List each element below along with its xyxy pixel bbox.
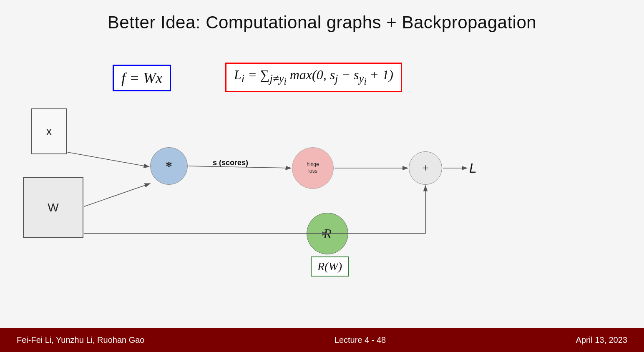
- slide-title: Better Idea: Computational graphs + Back…: [0, 0, 644, 33]
- svg-line-1: [68, 152, 149, 167]
- w-label: W: [48, 201, 58, 214]
- output-L-label: L: [469, 161, 477, 176]
- box-w: W: [23, 177, 83, 238]
- L-text: L: [469, 161, 477, 176]
- formula-f-box: f = Wx: [113, 65, 171, 91]
- footer-authors: Fei-Fei Li, Yunzhu Li, Ruohan Gao: [17, 335, 144, 345]
- content-area: f = Wx Li = ∑j≠yi max(0, sj − syi + 1) x…: [0, 40, 644, 327]
- x-label: x: [46, 125, 52, 138]
- box-x: x: [31, 108, 67, 154]
- formula-f-text: f = Wx: [121, 70, 162, 86]
- footer-date: April 13, 2023: [576, 335, 627, 345]
- hinge-loss-text: hingeloss: [307, 161, 319, 174]
- formula-rw-text: R(W): [317, 260, 342, 273]
- scores-label: s (scores): [213, 158, 248, 167]
- slide: Better Idea: Computational graphs + Back…: [0, 0, 644, 352]
- star-label: *: [166, 158, 172, 174]
- circle-hinge-loss: hingeloss: [292, 147, 334, 189]
- circle-regularization: R: [307, 213, 348, 254]
- plus-label: +: [422, 161, 429, 175]
- footer-lecture: Lecture 4 - 48: [335, 335, 386, 345]
- formula-li-text: Li = ∑j≠yi max(0, sj − syi + 1): [234, 67, 393, 82]
- r-label: R: [323, 226, 332, 241]
- circle-multiply: *: [150, 147, 188, 185]
- circle-plus: +: [409, 151, 442, 185]
- footer: Fei-Fei Li, Yunzhu Li, Ruohan Gao Lectur…: [0, 328, 644, 352]
- scores-text: s (scores): [213, 158, 248, 167]
- svg-line-2: [84, 184, 150, 206]
- formula-rw-box: R(W): [311, 256, 349, 277]
- formula-li-box: Li = ∑j≠yi max(0, sj − syi + 1): [225, 63, 402, 92]
